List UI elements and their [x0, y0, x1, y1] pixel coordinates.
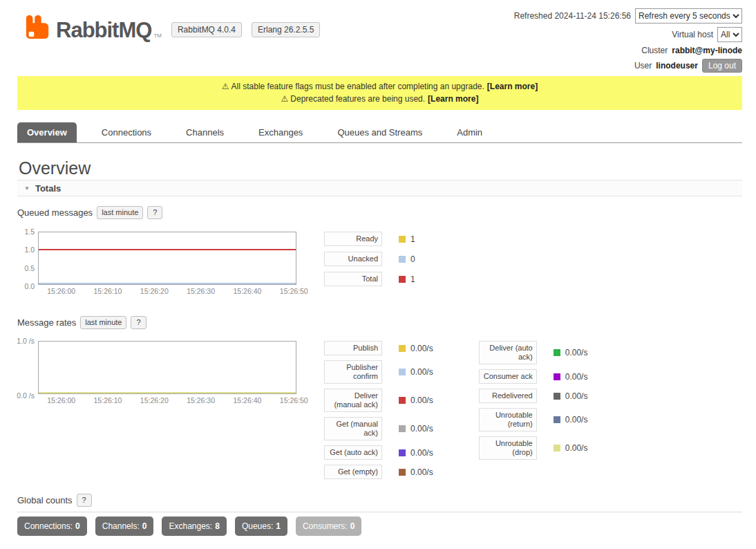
x-tick-label: 15:26:20: [140, 396, 169, 404]
warning-icon: ⚠: [281, 94, 289, 104]
y-tick-label: 0.5: [24, 264, 35, 272]
legend-value: 0: [410, 254, 415, 264]
legend-label: Get (empty): [324, 465, 382, 479]
legend-label: Ready: [324, 232, 382, 246]
collapse-arrow-icon: ▼: [24, 185, 30, 192]
queued-messages-title: Queued messages: [17, 207, 93, 218]
legend-row-total: Total 1: [324, 272, 415, 286]
legend-row-unacked: Unacked 0: [324, 252, 415, 266]
global-counts-bar: Connections:0 Channels:0 Exchanges:8 Que…: [17, 517, 742, 536]
legend-value: 0.00/s: [410, 396, 433, 405]
count-channels: Channels:0: [95, 517, 154, 536]
legend-label: Unacked: [324, 252, 382, 266]
legend-label: Deliver (manual ack): [324, 389, 382, 412]
virtual-host-select[interactable]: All: [717, 27, 742, 42]
tab-channels[interactable]: Channels: [176, 122, 234, 142]
deprecated-features-warning: ⚠Deprecated features are being used.[Lea…: [24, 94, 735, 104]
global-counts-help-button[interactable]: ?: [77, 494, 92, 507]
y-tick-label: 0.0 /s: [17, 391, 35, 400]
totals-section-title: Totals: [35, 183, 61, 194]
rates-range-selector[interactable]: last minute: [80, 316, 126, 329]
y-tick-label: 0.0: [24, 282, 35, 290]
count-label: Queues:: [242, 521, 273, 531]
legend-color-swatch: [554, 445, 560, 452]
global-counts-title: Global counts: [17, 495, 73, 505]
legend-color-swatch: [399, 345, 406, 352]
legend-row-publisher-confirm: Publisher confirm 0.00/s: [324, 360, 433, 384]
count-label: Channels:: [102, 521, 140, 531]
x-tick-label: 15:26:40: [234, 287, 262, 295]
tab-queues-and-streams[interactable]: Queues and Streams: [328, 122, 432, 142]
legend-row-get-manual-ack: Get (manual ack) 0.00/s: [324, 417, 433, 440]
queued-messages-chart: 1.51.00.50.0 15:26:0015:26:1015:26:2015:…: [17, 232, 296, 298]
rates-help-button[interactable]: ?: [131, 316, 146, 329]
rabbitmq-logo[interactable]: RabbitMQ TM: [24, 14, 162, 40]
queued-messages-row: 1.51.00.50.0 15:26:0015:26:1015:26:2015:…: [17, 232, 756, 298]
tab-connections[interactable]: Connections: [92, 122, 161, 142]
count-value: 1: [276, 521, 281, 531]
refreshed-timestamp: Refreshed 2024-11-24 15:26:56: [514, 11, 631, 21]
y-tick-label: 1.0 /s: [17, 337, 35, 345]
rates-legend-column-1: Publish 0.00/s Publisher confirm 0.00/s …: [324, 341, 433, 484]
legend-value: 0.00/s: [565, 391, 588, 401]
legend-row-consumer-ack: Consumer ack 0.00/s: [479, 369, 588, 384]
legend-row-deliver-auto-ack: Deliver (auto ack) 0.00/s: [479, 341, 588, 364]
legend-value: 0.00/s: [565, 443, 588, 453]
erlang-version-badge: Erlang 26.2.5.5: [252, 22, 320, 37]
warning-icon: ⚠: [222, 82, 229, 91]
legend-row-deliver-manual-ack: Deliver (manual ack) 0.00/s: [324, 389, 433, 412]
queued-range-selector[interactable]: last minute: [97, 206, 143, 219]
refresh-interval-select[interactable]: Refresh every 5 seconds: [635, 8, 742, 24]
count-exchanges: Exchanges:8: [162, 517, 226, 536]
logout-button[interactable]: Log out: [702, 59, 742, 73]
legend-label: Consumer ack: [479, 369, 537, 384]
page-title: Overview: [19, 158, 756, 178]
queued-chart-y-axis: 1.51.00.50.0: [17, 232, 38, 286]
message-rates-chart: 1.0 /s0.0 /s 15:26:0015:26:1015:26:2015:…: [17, 341, 296, 407]
legend-color-swatch: [554, 416, 560, 423]
rabbitmq-version-badge: RabbitMQ 4.0.4: [171, 22, 242, 37]
message-rates-header: Message rates last minute ?: [17, 316, 756, 328]
x-tick-label: 15:26:40: [234, 396, 262, 404]
queued-chart-x-axis: 15:26:0015:26:1015:26:2015:26:3015:26:40…: [38, 287, 296, 298]
message-rates-title: Message rates: [17, 317, 76, 328]
tab-overview[interactable]: Overview: [17, 122, 77, 142]
rates-chart-y-axis: 1.0 /s0.0 /s: [17, 341, 38, 396]
rates-legend-column-2: Deliver (auto ack) 0.00/s Consumer ack 0…: [479, 341, 588, 465]
legend-value: 0.00/s: [565, 372, 588, 382]
brand-name: RabbitMQ: [56, 20, 151, 40]
queued-chart-plot: [38, 232, 296, 285]
tab-admin[interactable]: Admin: [447, 122, 492, 142]
rates-chart-x-axis: 15:26:0015:26:1015:26:2015:26:3015:26:40…: [38, 396, 296, 407]
x-tick-label: 15:26:00: [47, 287, 75, 295]
legend-value: 0.00/s: [565, 415, 588, 425]
x-tick-label: 15:26:00: [47, 396, 75, 404]
legend-label: Get (auto ack): [324, 445, 382, 460]
totals-section-header[interactable]: ▼ Totals: [17, 180, 742, 196]
legend-row-get-auto-ack: Get (auto ack) 0.00/s: [324, 445, 433, 460]
legend-label: Unroutable (return): [479, 408, 537, 431]
x-tick-label: 15:26:10: [94, 287, 122, 295]
x-tick-label: 15:26:50: [280, 396, 308, 404]
tab-exchanges[interactable]: Exchanges: [249, 122, 312, 142]
cluster-name: rabbit@my-linode: [672, 46, 742, 55]
count-connections: Connections:0: [17, 517, 87, 536]
legend-color-swatch: [399, 369, 406, 375]
legend-label: Total: [324, 272, 382, 286]
count-queues: Queues:1: [235, 517, 287, 536]
message-rates-row: 1.0 /s0.0 /s 15:26:0015:26:1015:26:2015:…: [17, 341, 756, 484]
legend-value: 0.00/s: [410, 344, 433, 353]
feature-flags-warning: ⚠All stable feature flags must be enable…: [24, 82, 735, 92]
count-value: 8: [215, 521, 220, 531]
legend-color-swatch: [399, 256, 406, 263]
legend-label: Get (manual ack): [324, 417, 382, 440]
series-line-unacked: [39, 283, 296, 284]
series-line-unroutable-drop-: [39, 392, 296, 393]
queued-help-button[interactable]: ?: [147, 206, 162, 219]
count-consumers: Consumers:0: [296, 517, 361, 536]
count-label: Connections:: [24, 521, 73, 531]
rabbitmq-overview-page: RabbitMQ TM RabbitMQ 4.0.4 Erlang 26.2.5…: [0, 0, 756, 536]
learn-more-link[interactable]: [Learn more]: [428, 94, 478, 104]
learn-more-link[interactable]: [Learn more]: [487, 82, 538, 91]
legend-color-swatch: [554, 373, 560, 380]
